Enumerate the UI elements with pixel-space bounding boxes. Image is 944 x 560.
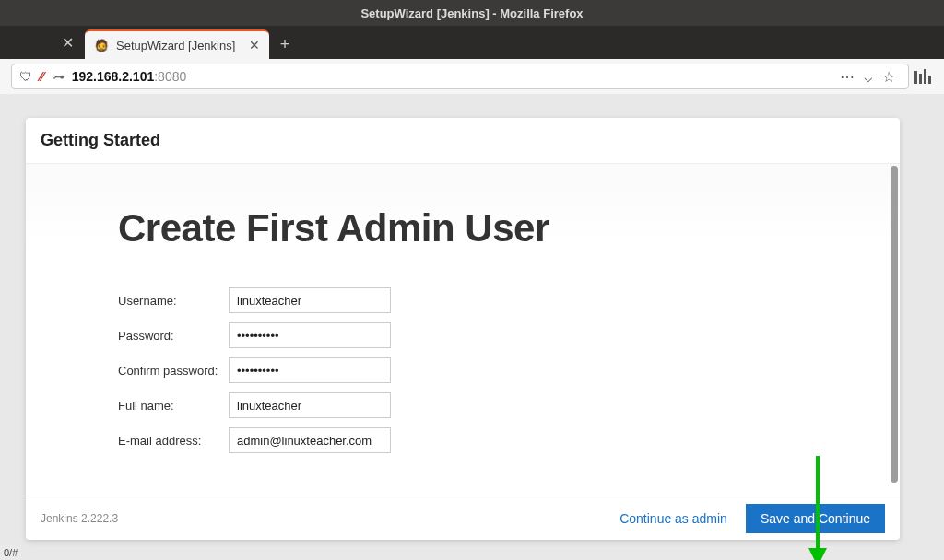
password-label: Password: (118, 329, 229, 343)
card-body: Create First Admin User Username: Passwo… (26, 164, 900, 496)
confirm-password-input[interactable] (229, 357, 391, 383)
svg-marker-1 (808, 548, 827, 560)
browser-address-bar: 🛡 ⁄⁄ ⊶ 192.168.2.101:8080 ⋯ ⌵ ☆ (0, 59, 944, 94)
email-input[interactable] (229, 427, 391, 453)
tab-close-icon[interactable]: ✕ (249, 38, 260, 52)
scrollbar[interactable] (891, 166, 898, 483)
fullname-input[interactable] (229, 392, 391, 418)
form-row-fullname: Full name: (118, 392, 900, 418)
jenkins-favicon-icon: 🧔 (94, 38, 109, 52)
tab-title: SetupWizard [Jenkins] (116, 39, 242, 52)
window-title: SetupWizard [Jenkins] - Mozilla Firefox (360, 6, 583, 20)
confirm-password-label: Confirm password: (118, 364, 229, 378)
page-viewport: Getting Started Create First Admin User … (0, 94, 944, 560)
insecure-lock-icon[interactable]: ⁄⁄ (40, 69, 44, 84)
form-row-username: Username: (118, 287, 900, 313)
browser-tab-strip: ✕ 🧔 SetupWizard [Jenkins] ✕ + (0, 26, 944, 59)
form-row-password: Password: (118, 322, 900, 348)
setup-wizard-card: Getting Started Create First Admin User … (26, 118, 900, 540)
card-footer: Jenkins 2.222.3 Continue as admin Save a… (26, 496, 900, 540)
url-text: 192.168.2.101:8080 (72, 69, 187, 84)
password-input[interactable] (229, 322, 391, 348)
page-title: Create First Admin User (118, 206, 900, 251)
status-text: 0/# (4, 547, 18, 558)
continue-as-admin-link[interactable]: Continue as admin (620, 511, 727, 526)
url-port: :8080 (154, 69, 186, 84)
save-and-continue-button[interactable]: Save and Continue (746, 504, 885, 533)
username-input[interactable] (229, 287, 391, 313)
window-titlebar: SetupWizard [Jenkins] - Mozilla Firefox (0, 0, 944, 26)
library-icon[interactable] (914, 69, 933, 84)
url-input[interactable]: 🛡 ⁄⁄ ⊶ 192.168.2.101:8080 ⋯ ⌵ ☆ (11, 64, 909, 89)
url-host: 192.168.2.101 (72, 69, 155, 84)
jenkins-version: Jenkins 2.222.3 (41, 512, 118, 525)
new-tab-button[interactable]: + (269, 29, 301, 59)
browser-tab-active[interactable]: 🧔 SetupWizard [Jenkins] ✕ (85, 29, 269, 59)
reader-mode-icon[interactable]: ⌵ (864, 68, 873, 86)
card-header: Getting Started (26, 118, 900, 164)
shield-icon[interactable]: 🛡 (19, 69, 32, 84)
form-row-confirm: Confirm password: (118, 357, 900, 383)
username-label: Username: (118, 294, 229, 308)
activity-close-icon[interactable]: ✕ (59, 34, 76, 51)
form-row-email: E-mail address: (118, 427, 900, 453)
statusbar: 0/# (0, 545, 21, 560)
meatball-menu-icon[interactable]: ⋯ (840, 68, 855, 86)
fullname-label: Full name: (118, 399, 229, 413)
email-label: E-mail address: (118, 434, 229, 448)
key-icon[interactable]: ⊶ (52, 69, 65, 84)
bookmark-star-icon[interactable]: ☆ (882, 68, 895, 86)
